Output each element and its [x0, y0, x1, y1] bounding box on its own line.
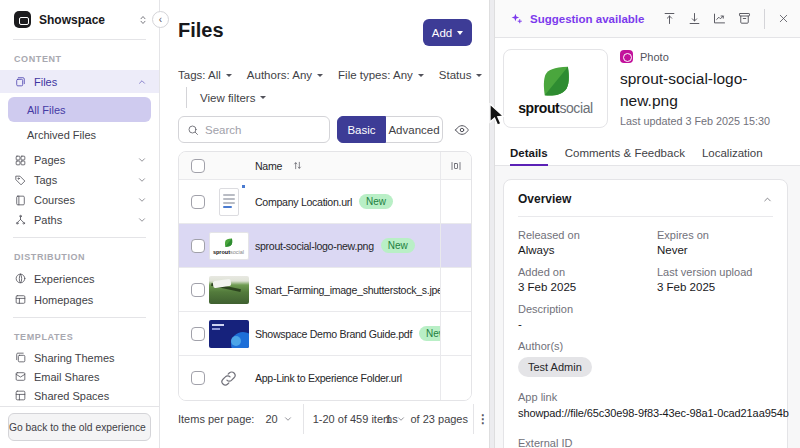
row-checkbox[interactable] [191, 195, 205, 209]
chevron-down-icon [137, 155, 147, 165]
file-type-label: Photo [640, 51, 669, 63]
field-last-version-upload: Last version upload 3 Feb 2025 [657, 266, 773, 293]
farming-photo-thumbnail [209, 276, 249, 304]
download-icon [687, 11, 702, 26]
files-panel: Files Add Tags: All Authors: Any File ty… [161, 0, 489, 448]
sidebar-item-paths[interactable]: Paths [0, 210, 159, 230]
filter-tags[interactable]: Tags: All [178, 69, 232, 81]
add-button[interactable]: Add [423, 19, 472, 46]
sidebar-item-homepages[interactable]: Homepages [0, 289, 159, 310]
caret-down-icon [476, 74, 482, 77]
table-row-selected[interactable]: sproutsocial sprout-social-logo-new.pngN… [179, 224, 471, 268]
table-row[interactable]: Showspace Demo Brand Guide.pdfNew [179, 312, 471, 356]
preview-eye-button[interactable] [454, 122, 470, 138]
sidebar-item-all-files[interactable]: All Files [8, 97, 151, 122]
search-input[interactable] [205, 124, 305, 136]
analytics-button[interactable] [712, 11, 727, 26]
mode-toggle: Basic Advanced [337, 116, 443, 143]
current-page[interactable]: 1 [385, 413, 391, 425]
name-column-header[interactable]: Name [255, 160, 282, 172]
sidebar-collapse-button[interactable]: ‹ [152, 11, 169, 28]
archive-icon [737, 11, 752, 26]
pager-menu-icon[interactable]: ⋮ [477, 412, 489, 426]
detail-filename: sprout-social-logo-new.png [620, 68, 792, 111]
files-icon [14, 75, 27, 88]
chevron-down-icon[interactable] [396, 414, 406, 424]
table-row[interactable]: Company Location.urlNew [179, 180, 471, 224]
columns-icon[interactable] [450, 160, 462, 172]
filter-status[interactable]: Status [439, 69, 483, 81]
filter-authors[interactable]: Authors: Any [247, 69, 323, 81]
sidebar-item-archived-files[interactable]: Archived Files [8, 122, 151, 147]
sidebar-item-tags[interactable]: Tags [0, 170, 159, 190]
collapse-chevron-icon[interactable] [762, 194, 773, 205]
detail-header: Suggestion available [495, 0, 800, 38]
row-checkbox[interactable] [191, 239, 205, 253]
field-authors: Author(s) Test Admin [518, 340, 773, 377]
row-checkbox[interactable] [191, 283, 205, 297]
sharing-themes-icon [14, 351, 27, 364]
search-box [178, 116, 330, 143]
header-separator [764, 9, 765, 29]
paths-icon [14, 214, 27, 227]
files-table: Name Company Location.urlNew [178, 151, 472, 401]
items-per-page-value[interactable]: 20 [265, 413, 277, 425]
tab-comments-feedback[interactable]: Comments & Feedback [565, 147, 685, 165]
pages-icon [14, 154, 27, 167]
tab-details[interactable]: Details [510, 147, 548, 166]
sidebar-item-pages[interactable]: Pages [0, 150, 159, 170]
tab-localization[interactable]: Localization [702, 147, 763, 165]
caret-down-icon [457, 31, 463, 35]
pages-count-label: of 23 pages [411, 413, 469, 425]
sort-icon[interactable] [292, 160, 303, 171]
section-templates-label: TEMPLATES [0, 321, 159, 348]
row-checkbox[interactable] [191, 327, 205, 341]
download-button[interactable] [687, 11, 702, 26]
chevron-down-icon [137, 175, 147, 185]
overview-card: Overview Released on Always Expires on N… [503, 179, 788, 448]
app-link-value[interactable]: showpad://file/65c30e98-9f83-43ec-98a1-0… [518, 407, 789, 419]
sprout-logo-icon [537, 62, 575, 100]
experiences-icon [14, 272, 27, 285]
table-row[interactable]: Smart_Farming_image_shutterstock_s.jpeg [179, 268, 471, 312]
pagination: Items per page: 20 1-20 of 459 items 1 o… [178, 404, 489, 434]
suggestion-available[interactable]: Suggestion available [510, 12, 644, 25]
sidebar-item-courses[interactable]: Courses [0, 190, 159, 210]
homepages-icon [14, 293, 27, 306]
field-expires-on: Expires on Never [657, 229, 773, 256]
close-panel-button[interactable] [777, 12, 790, 25]
field-description: Description - [518, 303, 773, 330]
go-back-button[interactable]: Go back to the old experience [8, 413, 151, 441]
file-preview[interactable]: sproutsocial [503, 49, 608, 128]
section-content-label: CONTENT [0, 43, 159, 70]
share-upload-button[interactable] [662, 11, 677, 26]
eye-icon [454, 122, 470, 138]
workspace-switcher[interactable]: Showspace [0, 0, 159, 36]
sidebar-item-experiences[interactable]: Experiences [0, 268, 159, 289]
sidebar-item-email-shares[interactable]: Email Shares [0, 367, 159, 386]
page-title: Files [178, 19, 224, 42]
view-filters-toggle[interactable]: View filters [200, 92, 266, 104]
section-distribution-label: DISTRIBUTION [0, 241, 159, 268]
sidebar-item-files[interactable]: Files [0, 70, 159, 93]
overview-title: Overview [518, 192, 571, 206]
select-all-checkbox[interactable] [191, 159, 205, 173]
workspace-name: Showspace [39, 13, 129, 27]
advanced-mode-button[interactable]: Advanced [386, 116, 443, 143]
sidebar-item-sharing-themes[interactable]: Sharing Themes [0, 348, 159, 367]
author-pill: Test Admin [518, 357, 592, 377]
field-app-link: App link showpad://file/65c30e98-9f83-43… [518, 391, 773, 419]
archive-button[interactable] [737, 11, 752, 26]
detail-summary: sproutsocial Photo sprout-social-logo-ne… [495, 38, 800, 139]
sidebar-divider [13, 237, 146, 238]
table-header: Name [179, 152, 471, 180]
chevron-down-icon[interactable] [283, 414, 293, 424]
analytics-icon [712, 11, 727, 26]
sidebar-item-shared-spaces[interactable]: Shared Spaces [0, 386, 159, 405]
table-row[interactable]: App-Link to Experience Folder.url [179, 356, 471, 400]
row-checkbox[interactable] [191, 371, 205, 385]
sprout-logo-text: sproutsocial [518, 100, 593, 116]
filter-file-types[interactable]: File types: Any [338, 69, 424, 81]
basic-mode-button[interactable]: Basic [337, 116, 386, 143]
detail-tabs: Details Comments & Feedback Localization [495, 139, 800, 166]
